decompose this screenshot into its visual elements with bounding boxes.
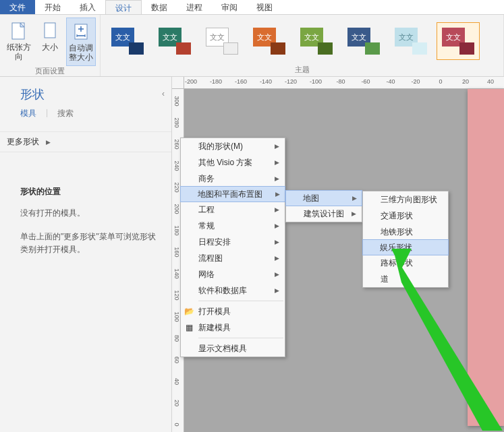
shapes-tab-stencils[interactable]: 模具: [20, 108, 36, 119]
menu-software[interactable]: 软件和数据库▶: [181, 282, 285, 299]
submenu-subway-shapes[interactable]: 地铁形状: [363, 224, 448, 240]
submenu-arrow-icon: ▶: [275, 159, 279, 166]
submenu-arrow-icon: ▶: [275, 271, 279, 278]
ribbon-group-page-setup: 纸张方向 大小 自动调整大小 页面设置: [0, 15, 101, 76]
submenu-arrow-icon: ▶: [275, 222, 279, 229]
submenu-traffic-shapes[interactable]: 交通形状: [363, 208, 448, 224]
size-button[interactable]: 大小: [35, 18, 65, 66]
menu-separator: [198, 338, 283, 338]
theme-swatch-4[interactable]: 文文: [248, 22, 291, 60]
ruler-corner: [172, 77, 184, 89]
tab-file[interactable]: 文件: [0, 0, 35, 14]
ribbon: 纸张方向 大小 自动调整大小 页面设置 文文 文文 文文 文文 文文: [0, 15, 504, 77]
shapes-tab-search[interactable]: 搜索: [57, 108, 74, 119]
theme-swatch-7[interactable]: 文文: [389, 22, 432, 60]
menu-general[interactable]: 常规▶: [181, 218, 285, 234]
submenu-partial[interactable]: 道: [363, 271, 448, 287]
tab-insert[interactable]: 插入: [70, 0, 105, 14]
autosize-icon: [70, 21, 92, 42]
tab-review[interactable]: 审阅: [212, 0, 247, 14]
more-shapes-button[interactable]: 更多形状 ▶: [0, 131, 171, 152]
submenu-arrow-icon: ▶: [275, 287, 279, 294]
shapes-position-empty: 没有打开的模具。: [20, 207, 159, 220]
submenu-entertainment-shapes[interactable]: 娱乐形状: [362, 239, 449, 255]
tab-data[interactable]: 数据: [142, 0, 177, 14]
menu-other-visio[interactable]: 其他 Visio 方案▶: [181, 154, 285, 171]
ruler-horizontal: -200-180-160-140-120-100-80-60-40-200204…: [184, 77, 504, 89]
new-icon: ▦: [184, 323, 194, 332]
shapes-position-hint: 单击上面的"更多形状"菜单可浏览形状类别并打开模具。: [20, 230, 159, 256]
menu-flowchart[interactable]: 流程图▶: [181, 250, 285, 266]
tab-home[interactable]: 开始: [35, 0, 70, 14]
theme-swatch-2[interactable]: 文文: [153, 22, 196, 60]
submenu-arrow-icon: ▶: [275, 175, 279, 182]
theme-swatch-8[interactable]: 文文: [437, 22, 480, 60]
more-shapes-label: 更多形状: [7, 136, 39, 148]
maps-submenu: 地图▶ 建筑设计图▶: [285, 190, 362, 222]
orientation-button[interactable]: 纸张方向: [4, 18, 34, 66]
tab-process[interactable]: 进程: [177, 0, 212, 14]
menu-business[interactable]: 商务▶: [181, 171, 285, 187]
submenu-architecture[interactable]: 建筑设计图▶: [286, 206, 362, 222]
submenu-arrow-icon: ▶: [352, 195, 357, 202]
shapes-position-section: 形状的位置 没有打开的模具。 单击上面的"更多形状"菜单可浏览形状类别并打开模具…: [20, 186, 159, 257]
ribbon-tabs: 文件 开始 插入 设计 数据 进程 审阅 视图: [0, 0, 504, 15]
submenu-arrow-icon: ▶: [352, 210, 356, 217]
pane-collapse-icon[interactable]: ‹: [162, 89, 165, 98]
menu-maps[interactable]: 地图和平面布置图▶: [180, 186, 285, 202]
menu-open-stencil[interactable]: 📂打开模具: [181, 303, 285, 319]
theme-swatch-6[interactable]: 文文: [342, 22, 385, 60]
shapes-pane: ‹ 形状 模具 | 搜索 更多形状 ▶ 形状的位置 没有打开的模具。 单击上面的…: [0, 77, 172, 432]
themes-group-label: 主题: [106, 65, 498, 75]
ribbon-group-themes: 文文 文文 文文 文文 文文 文文 文文 文文 主题: [101, 15, 504, 76]
tab-view[interactable]: 视图: [247, 0, 282, 14]
tab-design[interactable]: 设计: [105, 0, 142, 14]
submenu-arrow-icon: ▶: [275, 239, 279, 245]
menu-my-shapes[interactable]: 我的形状(M)▶: [181, 138, 285, 154]
menu-new-stencil[interactable]: ▦新建模具: [181, 319, 285, 336]
theme-swatch-5[interactable]: 文文: [295, 22, 338, 60]
submenu-road-shapes[interactable]: 路标形状: [363, 255, 448, 271]
shapes-pane-title: 形状: [20, 86, 159, 102]
autosize-button[interactable]: 自动调整大小: [66, 18, 96, 66]
menu-separator: [198, 301, 283, 301]
orientation-label: 纸张方向: [5, 43, 32, 62]
menu-schedule[interactable]: 日程安排▶: [181, 234, 285, 250]
submenu-arrow-icon: ▶: [275, 143, 279, 150]
theme-swatch-3[interactable]: 文文: [200, 22, 244, 60]
drawing-page[interactable]: [468, 89, 504, 426]
submenu-map[interactable]: 地图▶: [285, 190, 362, 206]
orientation-icon: [8, 20, 30, 42]
submenu-arrow-icon: ▶: [275, 191, 280, 197]
theme-swatch-1[interactable]: 文文: [106, 22, 149, 60]
shapes-position-title: 形状的位置: [20, 186, 159, 197]
menu-show-doc-stencil[interactable]: 显示文档模具: [181, 340, 285, 357]
chevron-right-icon: ▶: [46, 139, 51, 146]
map-shapes-submenu: 三维方向图形状 交通形状 地铁形状 娱乐形状 路标形状 道: [362, 191, 449, 288]
theme-gallery[interactable]: 文文 文文 文文 文文 文文 文文 文文 文文: [106, 18, 498, 65]
shapes-pane-tabs: 模具 | 搜索: [20, 108, 159, 119]
autosize-label: 自动调整大小: [68, 44, 94, 63]
menu-engineering[interactable]: 工程▶: [181, 202, 285, 218]
divider: |: [46, 108, 48, 119]
more-shapes-menu: 我的形状(M)▶ 其他 Visio 方案▶ 商务▶ 地图和平面布置图▶ 工程▶ …: [180, 137, 285, 357]
size-icon: [39, 20, 61, 42]
submenu-arrow-icon: ▶: [275, 206, 279, 213]
menu-network[interactable]: 网络▶: [181, 266, 285, 282]
submenu-arrow-icon: ▶: [275, 255, 279, 261]
open-icon: 📂: [184, 307, 194, 316]
size-label: 大小: [42, 43, 58, 53]
svg-rect-1: [45, 23, 55, 38]
page-setup-group-label: 页面设置: [4, 66, 96, 76]
submenu-3d-shapes[interactable]: 三维方向图形状: [363, 191, 448, 208]
